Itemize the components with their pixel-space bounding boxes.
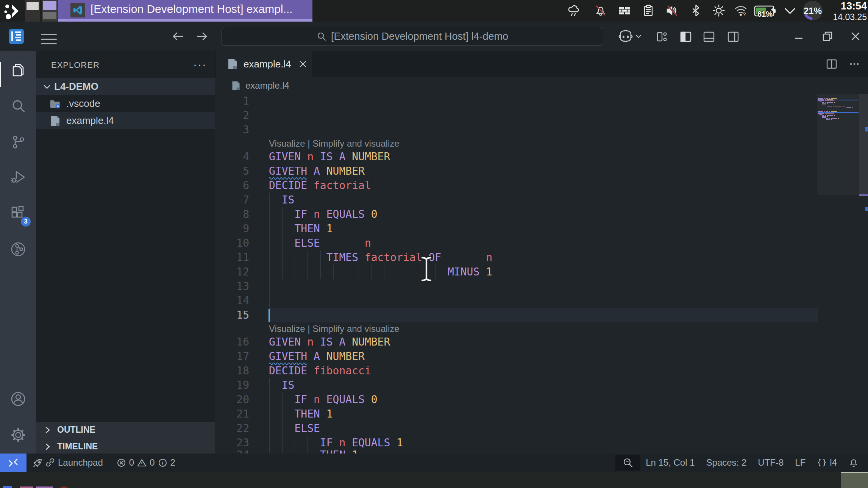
code-line[interactable]: 1	[215, 94, 868, 108]
line-number[interactable]: 21	[215, 407, 249, 421]
restore-button[interactable]	[820, 29, 835, 44]
indentation-item[interactable]: Spaces: 2	[706, 457, 747, 468]
battery-icon[interactable]: 81%	[754, 4, 776, 17]
line-number[interactable]: 19	[215, 378, 249, 393]
volume-muted-icon[interactable]	[665, 4, 678, 17]
split-editor-icon[interactable]	[826, 58, 838, 70]
line-number[interactable]: 22	[215, 421, 249, 436]
code-line[interactable]: 2	[215, 108, 868, 123]
line-number[interactable]: 1	[215, 94, 249, 108]
app-icon[interactable]	[8, 28, 24, 44]
problems-item[interactable]: 0 0 2	[117, 457, 175, 468]
code-line[interactable]: 9 THEN 1	[215, 222, 868, 236]
copilot-icon[interactable]	[617, 29, 642, 44]
remote-indicator[interactable]	[0, 454, 27, 472]
section-outline[interactable]: OUTLINE	[36, 421, 215, 438]
tree-item-example-file[interactable]: example.l4	[36, 112, 215, 129]
menu-icon[interactable]	[41, 31, 57, 42]
line-number[interactable]: 7	[215, 193, 249, 207]
line-number[interactable]: 20	[215, 393, 249, 407]
cursor-position-item[interactable]: Ln 15, Col 1	[646, 457, 695, 468]
code-line[interactable]: 13	[215, 279, 868, 294]
line-number[interactable]: 24	[215, 448, 249, 454]
tab-example-l4[interactable]: example.l4	[216, 51, 312, 77]
bluetooth-icon[interactable]	[690, 4, 703, 17]
codelens-link[interactable]: Visualize	[269, 324, 305, 334]
account-icon[interactable]	[0, 382, 36, 416]
more-actions-icon[interactable]	[848, 58, 860, 70]
line-number[interactable]: 2	[215, 108, 249, 123]
sidebar-item-source-control[interactable]	[0, 125, 36, 159]
sidebar-item-explorer[interactable]	[0, 53, 36, 87]
line-number[interactable]: 14	[215, 294, 249, 308]
line-number[interactable]: 13	[215, 279, 249, 294]
tree-item-vscode-folder[interactable]: .vscode	[36, 95, 215, 112]
line-number[interactable]: 17	[215, 349, 249, 364]
language-mode-item[interactable]: l4	[817, 457, 837, 468]
line-number[interactable]: 18	[215, 364, 249, 378]
code-line[interactable]: 20 IF n EQUALS 0	[215, 393, 868, 407]
sidebar-item-remote-explorer[interactable]	[0, 232, 36, 266]
minimap[interactable]	[817, 94, 859, 454]
code-line[interactable]: 17GIVETH A NUMBER	[215, 349, 868, 364]
line-number[interactable]: 15	[215, 308, 249, 322]
scrollbar-slider[interactable]	[859, 94, 868, 195]
code-line[interactable]: 19 IS	[215, 378, 868, 393]
navigate-back-icon[interactable]	[171, 30, 185, 43]
sidebar-item-extensions[interactable]	[0, 196, 36, 230]
code-line[interactable]: 24 THEN 1	[215, 448, 868, 454]
code-line[interactable]: 6DECIDE factorial	[215, 178, 868, 193]
brightness-icon[interactable]	[712, 4, 725, 17]
command-center-search[interactable]: [Extension Development Host] l4-demo	[222, 27, 603, 46]
line-number[interactable]: 8	[215, 207, 249, 222]
code-line[interactable]: 10 ELSE n	[215, 236, 868, 250]
eol-item[interactable]: LF	[795, 457, 806, 468]
code-line[interactable]: 7 IS	[215, 193, 868, 207]
code-editor[interactable]: 123Visualize | Simplify and visualize4GI…	[215, 94, 868, 454]
code-line[interactable]: 15	[215, 308, 868, 322]
clipboard-icon[interactable]	[642, 4, 655, 17]
line-number[interactable]: 10	[215, 236, 249, 250]
toggle-sidebar-icon[interactable]	[680, 31, 692, 43]
sidebar-more-actions-icon[interactable]: ···	[193, 58, 208, 72]
firewall-icon[interactable]	[618, 4, 631, 17]
line-number[interactable]: 5	[215, 164, 249, 178]
tree-root-l4-demo[interactable]: L4-DEMO	[36, 78, 215, 95]
settings-gear-icon[interactable]	[0, 418, 36, 452]
codelens-link[interactable]: Simplify and visualize	[312, 324, 399, 334]
editor-scrollbar[interactable]	[859, 94, 868, 454]
close-button[interactable]	[848, 29, 863, 44]
tray-expand-chevron-icon[interactable]	[784, 4, 796, 17]
codelens-link[interactable]: Visualize	[269, 138, 305, 149]
sidebar-item-search[interactable]	[0, 89, 36, 123]
code-line[interactable]: 11 TIMES factorial OF n	[215, 250, 868, 265]
section-timeline[interactable]: TIMELINE	[36, 438, 215, 455]
customize-layout-icon[interactable]	[656, 31, 668, 43]
code-line[interactable]: 18DECIDE fibonacci	[215, 364, 868, 378]
sidebar-item-run-debug[interactable]	[0, 160, 36, 194]
line-number[interactable]: 11	[215, 250, 249, 265]
notifications-muted-icon[interactable]	[594, 4, 607, 17]
breadcrumb[interactable]: example.l4	[215, 77, 868, 94]
line-number[interactable]: 6	[215, 178, 249, 193]
zoom-out-item[interactable]	[615, 455, 640, 471]
code-line[interactable]: 12 MINUS 1	[215, 265, 868, 279]
navigate-forward-icon[interactable]	[195, 30, 209, 43]
line-number[interactable]: 16	[215, 335, 249, 349]
code-line[interactable]: 22 ELSE	[215, 421, 868, 436]
clock[interactable]: 13:54 14.03.25	[833, 1, 867, 22]
code-line[interactable]: 3	[215, 123, 868, 137]
toggle-secondary-sidebar-icon[interactable]	[727, 31, 739, 43]
codelens[interactable]: Visualize | Simplify and visualize	[215, 322, 868, 335]
toggle-panel-icon[interactable]	[703, 31, 715, 43]
encoding-item[interactable]: UTF-8	[758, 457, 784, 468]
line-number[interactable]: 12	[215, 265, 249, 279]
code-line[interactable]: 5GIVETH A NUMBER	[215, 164, 868, 178]
line-number[interactable]: 4	[215, 150, 249, 164]
tab-close-icon[interactable]	[298, 59, 308, 69]
line-number[interactable]: 3	[215, 123, 249, 137]
notifications-bell-icon[interactable]	[848, 457, 859, 468]
code-line[interactable]: 21 THEN 1	[215, 407, 868, 421]
weather-icon[interactable]	[568, 4, 581, 17]
code-line[interactable]: 14	[215, 294, 868, 308]
